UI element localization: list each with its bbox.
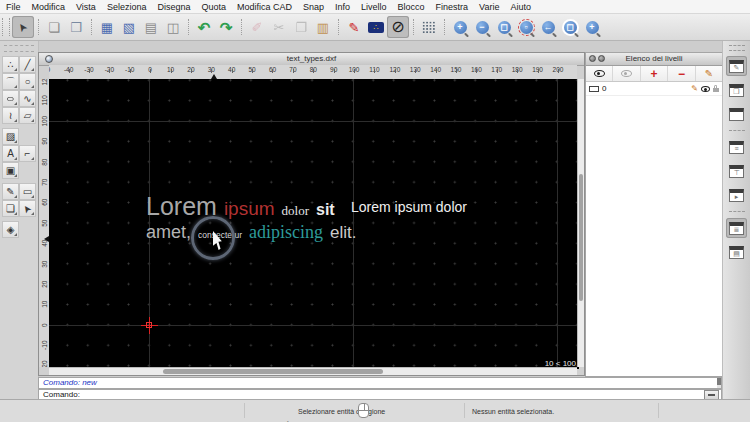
spline-tool[interactable]: ∿ xyxy=(19,90,36,107)
isometric-tool[interactable]: ◈ xyxy=(2,221,19,238)
styled-text-entity[interactable]: Loremipsumdolorsit amet,consecteturadipi… xyxy=(146,192,356,243)
draft-mode-button[interactable]: ⊘ xyxy=(387,16,409,38)
print-button[interactable]: ▤ xyxy=(140,16,162,38)
layer-row[interactable]: 0 ✎ xyxy=(586,82,722,96)
paste-button[interactable]: ▥ xyxy=(312,16,334,38)
coordinates-display: 29.8881,40.0365 @29.8881,40.0365 xyxy=(4,402,59,422)
plot-preview-button[interactable]: ∴ xyxy=(365,16,387,38)
modify-tool[interactable]: ✎ xyxy=(2,183,19,200)
edit-layer-button[interactable]: ✎ xyxy=(696,66,722,81)
hide-all-layers-button[interactable] xyxy=(613,66,640,81)
panel-float-button[interactable] xyxy=(598,55,605,62)
horizontal-scrollbar[interactable] xyxy=(49,367,577,375)
shapes-tool[interactable]: ▱ xyxy=(19,107,36,124)
canvas-text-elit[interactable]: elit. xyxy=(330,223,356,243)
menu-item[interactable]: Varie xyxy=(479,2,499,12)
show-all-layers-button[interactable] xyxy=(586,66,613,81)
remove-layer-button[interactable]: − xyxy=(668,66,695,81)
palette-drag-handle[interactable] xyxy=(4,45,34,52)
new-file-button[interactable]: ❏ xyxy=(43,16,65,38)
zoom-redraw-button[interactable]: + xyxy=(581,16,603,38)
menu-item[interactable]: Disegna xyxy=(157,2,190,12)
measure-tool[interactable]: ▭ xyxy=(19,183,36,200)
zoom-auto-button[interactable]: ◻ xyxy=(493,16,515,38)
info-dock-button[interactable]: ▸ xyxy=(726,185,747,205)
command-prompt-label: Comando: xyxy=(43,390,80,399)
points-tool[interactable]: ∴ xyxy=(2,56,19,73)
canvas-text-adipiscing[interactable]: adipiscing xyxy=(249,222,323,243)
text-tool[interactable]: A xyxy=(2,145,19,162)
polyline-tool[interactable]: ≀ xyxy=(2,107,19,124)
vertical-scrollbar[interactable] xyxy=(577,79,584,367)
open-file-button[interactable]: ❒ xyxy=(65,16,87,38)
drawing-canvas[interactable]: Loremipsumdolorsit amet,consecteturadipi… xyxy=(49,79,579,369)
redo-button[interactable]: ↷ xyxy=(215,16,237,38)
menu-item[interactable]: Info xyxy=(335,2,350,12)
command-history-scrollbar-thumb[interactable] xyxy=(717,378,721,385)
canvas-text-amet[interactable]: amet, xyxy=(146,222,191,243)
cut-button[interactable]: ✂ xyxy=(268,16,290,38)
library-dock-button[interactable] xyxy=(726,104,747,124)
dock-buttons: ✎ ❒ ≡ ⊤ xyxy=(726,54,747,264)
add-layer-button[interactable]: + xyxy=(641,66,668,81)
plain-text-entity[interactable]: Lorem ipsum dolor xyxy=(351,199,467,215)
command-input[interactable] xyxy=(80,391,704,399)
canvas-text-dolor[interactable]: dolor xyxy=(282,203,309,219)
select-arrow-button[interactable]: ➤ xyxy=(12,16,34,38)
pen-edit-button[interactable]: ✎ xyxy=(343,16,365,38)
dimension-tool[interactable]: ⌐ xyxy=(19,145,36,162)
hatch-tool[interactable]: ▨ xyxy=(2,128,19,145)
select-tool[interactable]: ➤ xyxy=(19,200,36,217)
print-preview-button[interactable]: ◫ xyxy=(162,16,184,38)
undo-button[interactable]: ↶ xyxy=(193,16,215,38)
zoom-out-button[interactable]: − xyxy=(471,16,493,38)
line-tool[interactable]: ╱ xyxy=(19,56,36,73)
zoom-in-button[interactable]: + xyxy=(449,16,471,38)
lock-icon[interactable] xyxy=(713,88,719,92)
menu-item[interactable]: Snap xyxy=(303,2,324,12)
grid-toggle-button[interactable] xyxy=(418,16,440,38)
panel-close-button[interactable] xyxy=(589,55,596,62)
explode-tool[interactable]: ❏ xyxy=(2,200,19,217)
toolbar-drag-handle[interactable] xyxy=(2,18,10,36)
circle-tool[interactable]: ○ xyxy=(19,73,36,90)
toolbar-separator xyxy=(87,18,96,36)
zoom-previous-button[interactable]: ← xyxy=(537,16,559,38)
arc-tool[interactable]: ⌒ xyxy=(2,73,19,90)
snap-settings-dock-button[interactable]: ⊤ xyxy=(726,161,747,181)
ellipse-tool[interactable]: ○ xyxy=(2,90,19,107)
dock-drag-handle[interactable] xyxy=(729,45,745,51)
menu-item[interactable]: Blocco xyxy=(398,2,425,12)
blocks-dock-button[interactable]: ❒ xyxy=(726,80,747,100)
clipboard-dock-button[interactable]: ▤ xyxy=(726,242,747,262)
tool-button-icon: ▣ xyxy=(6,166,15,176)
menu-item[interactable]: Quota xyxy=(201,2,226,12)
menu-item[interactable]: Modifica xyxy=(32,2,66,12)
vertical-scrollbar-thumb[interactable] xyxy=(579,174,583,301)
horizontal-scrollbar-thumb[interactable] xyxy=(163,369,383,374)
save-button[interactable]: ▦ xyxy=(96,16,118,38)
menu-item[interactable]: Vista xyxy=(76,2,96,12)
eye-icon[interactable] xyxy=(701,86,710,92)
image-tool[interactable]: ▣ xyxy=(2,162,19,179)
save-as-button[interactable]: ▧ xyxy=(118,16,140,38)
keyboard-mode-button[interactable] xyxy=(704,390,719,400)
menu-item[interactable]: Livello xyxy=(361,2,387,12)
ruler-label: -30 xyxy=(79,65,99,73)
canvas-text-sit[interactable]: sit xyxy=(316,201,335,219)
layers-dock-button[interactable]: ✎ xyxy=(726,56,747,76)
command-line-dock-button[interactable]: ≣ xyxy=(726,218,747,238)
canvas-text-ipsum[interactable]: ipsum xyxy=(224,198,275,220)
menu-item[interactable]: Modifica CAD xyxy=(237,2,292,12)
menu-item[interactable]: Finestra xyxy=(436,2,469,12)
menu-item[interactable]: Seleziona xyxy=(107,2,147,12)
pencil-icon[interactable]: ✎ xyxy=(691,85,698,93)
command-options-dock-button[interactable]: ≡ xyxy=(726,137,747,157)
command-history-scrollbar[interactable] xyxy=(717,378,721,388)
delete-button[interactable]: ✐ xyxy=(246,16,268,38)
menu-item[interactable]: Aiuto xyxy=(510,2,531,12)
copy-button[interactable]: ❐ xyxy=(290,16,312,38)
menu-item[interactable]: File xyxy=(6,2,21,12)
zoom-window-button[interactable]: ▫ xyxy=(515,16,537,38)
zoom-pan-button[interactable]: ◻ xyxy=(559,16,581,38)
